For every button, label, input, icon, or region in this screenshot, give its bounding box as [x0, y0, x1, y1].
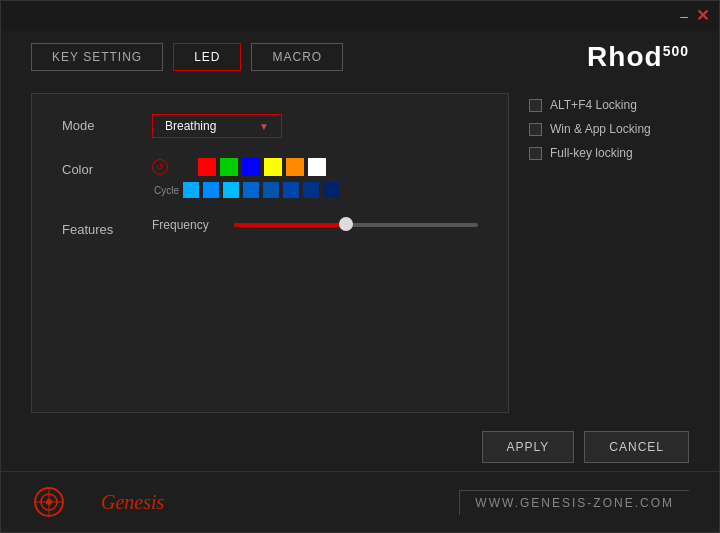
color-swatch-yellow[interactable]	[264, 158, 282, 176]
lock-label-win-app: Win & App Locking	[550, 122, 651, 136]
mode-row: Mode Breathing ▼	[62, 114, 478, 138]
color-swatch-cyan3[interactable]	[223, 182, 239, 198]
slider-track	[234, 223, 478, 227]
color-swatches-bottom	[183, 182, 339, 198]
title-bar-controls: – ✕	[680, 8, 709, 24]
color-swatch-cyan1[interactable]	[183, 182, 199, 198]
color-swatch-blue4[interactable]	[283, 182, 299, 198]
color-picker: ↺ Cycle	[152, 158, 478, 198]
color-swatch-green[interactable]	[220, 158, 238, 176]
settings-panel: Mode Breathing ▼ Color ↺	[31, 93, 509, 413]
footer-buttons-row: APPLY CANCEL	[1, 423, 719, 471]
lock-label-alt-f4: ALT+F4 Locking	[550, 98, 637, 112]
close-button[interactable]: ✕	[696, 8, 709, 24]
features-control: Frequency	[152, 218, 478, 232]
color-swatch-orange[interactable]	[286, 158, 304, 176]
mode-dropdown[interactable]: Breathing ▼	[152, 114, 282, 138]
genesis-brand-text: Genesis	[101, 491, 164, 514]
mode-control: Breathing ▼	[152, 114, 478, 138]
color-swatch-red[interactable]	[198, 158, 216, 176]
color-control: ↺ Cycle	[152, 158, 478, 198]
frequency-row: Frequency	[152, 218, 478, 232]
tab-macro[interactable]: MACRO	[251, 43, 343, 71]
features-row: Features Frequency	[62, 218, 478, 237]
color-swatch-cyan2[interactable]	[203, 182, 219, 198]
apply-button[interactable]: APPLY	[482, 431, 575, 463]
color-swatch-blue2[interactable]	[243, 182, 259, 198]
frequency-slider[interactable]	[234, 222, 478, 228]
brand-area: Genesis	[31, 482, 164, 522]
right-panel: ALT+F4 Locking Win & App Locking Full-ke…	[529, 93, 689, 413]
footer-url: WWW.GENESIS-ZONE.COM	[459, 490, 689, 515]
lock-option-alt-f4: ALT+F4 Locking	[529, 98, 689, 112]
tab-bar: KEY SETTING LED MACRO	[31, 43, 343, 71]
lock-option-full-key: Full-key locking	[529, 146, 689, 160]
cycle-label: Cycle	[154, 185, 179, 196]
color-swatch-blue3[interactable]	[263, 182, 279, 198]
frequency-label: Frequency	[152, 218, 222, 232]
lock-checkbox-alt-f4[interactable]	[529, 99, 542, 112]
minimize-button[interactable]: –	[680, 9, 688, 23]
genesis-logo	[31, 482, 91, 522]
title-bar: – ✕	[1, 1, 719, 31]
color-swatches-top	[198, 158, 326, 176]
color-swatch-blue[interactable]	[242, 158, 260, 176]
main-window: – ✕ KEY SETTING LED MACRO Rhod500 Mode B…	[0, 0, 720, 533]
slider-fill	[234, 223, 344, 227]
cycle-icon[interactable]: ↺	[152, 159, 168, 175]
dropdown-arrow-icon: ▼	[259, 121, 269, 132]
header: KEY SETTING LED MACRO Rhod500	[1, 31, 719, 83]
brand-model: 500	[663, 43, 689, 59]
mode-value: Breathing	[165, 119, 216, 133]
tab-key-setting[interactable]: KEY SETTING	[31, 43, 163, 71]
features-label: Features	[62, 218, 132, 237]
main-content: Mode Breathing ▼ Color ↺	[1, 83, 719, 423]
brand-name: Rhod500	[587, 41, 689, 73]
color-swatch-white[interactable]	[308, 158, 326, 176]
footer: Genesis WWW.GENESIS-ZONE.COM	[1, 472, 719, 532]
color-swatch-darkblue2[interactable]	[323, 182, 339, 198]
lock-checkbox-win-app[interactable]	[529, 123, 542, 136]
lock-option-win-app: Win & App Locking	[529, 122, 689, 136]
color-label: Color	[62, 158, 132, 177]
tab-led[interactable]: LED	[173, 43, 241, 71]
cancel-button[interactable]: CANCEL	[584, 431, 689, 463]
mode-label: Mode	[62, 114, 132, 133]
lock-checkbox-full-key[interactable]	[529, 147, 542, 160]
color-row: Color ↺	[62, 158, 478, 198]
slider-thumb[interactable]	[339, 217, 353, 231]
color-swatch-darkblue1[interactable]	[303, 182, 319, 198]
lock-label-full-key: Full-key locking	[550, 146, 633, 160]
